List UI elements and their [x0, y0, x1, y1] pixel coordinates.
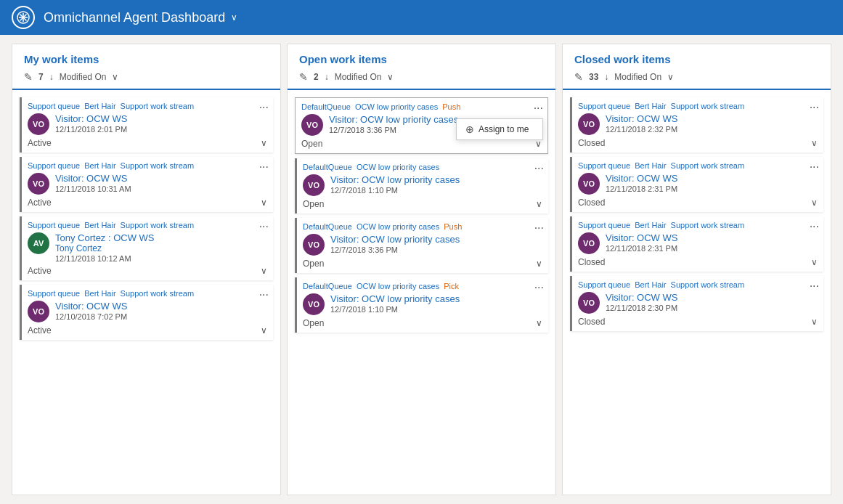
tag-cw3-2[interactable]: Support work stream	[671, 221, 744, 229]
sort-button-closed-work[interactable]: Modified On	[614, 72, 661, 82]
card-name-ow4[interactable]: Visitor: OCW low priority cases	[330, 293, 460, 304]
sort-button-open-work[interactable]: Modified On	[335, 72, 382, 82]
sort-desc-icon[interactable]: ↓	[604, 72, 608, 82]
tag-cw1-2[interactable]: Support work stream	[671, 102, 744, 110]
tag-mw2-2[interactable]: Support work stream	[121, 161, 194, 170]
tag-cw1-1[interactable]: Bert Hair	[635, 102, 666, 110]
card-status-mw1: Active	[28, 138, 52, 148]
card-name-cw2[interactable]: Visitor: OCW WS	[606, 173, 677, 184]
status-chevron-icon[interactable]: ∨	[261, 138, 267, 148]
tag-cw4-1[interactable]: Bert Hair	[635, 280, 666, 289]
card-more-button-ow4[interactable]: ···	[534, 282, 544, 293]
sort-desc-icon[interactable]: ↓	[49, 72, 54, 82]
card-more-button-ow3[interactable]: ···	[534, 222, 544, 234]
card-name-ow3[interactable]: Visitor: OCW low priority cases	[330, 234, 460, 245]
card-name-mw3[interactable]: Tony Cortez : OCW WS	[55, 232, 155, 243]
avatar-cw3: VO	[578, 232, 600, 254]
tag-ow2-1[interactable]: OCW low priority cases	[357, 163, 439, 171]
tag-cw1-0[interactable]: Support queue	[578, 102, 630, 110]
card-name-mw4[interactable]: Visitor: OCW WS	[55, 301, 127, 312]
tag-cw4-2[interactable]: Support work stream	[671, 280, 744, 289]
status-chevron-icon[interactable]: ∨	[811, 317, 818, 327]
tag-cw3-0[interactable]: Support queue	[578, 221, 630, 229]
card-name-cw1[interactable]: Visitor: OCW WS	[606, 113, 677, 124]
edit-icon[interactable]: ✎	[299, 71, 308, 83]
avatar-cw2: VO	[578, 173, 600, 195]
status-chevron-icon[interactable]: ∨	[261, 325, 267, 336]
status-chevron-icon[interactable]: ∨	[535, 139, 542, 149]
tag-mw1-0[interactable]: Support queue	[28, 102, 80, 110]
card-name-mw1[interactable]: Visitor: OCW WS	[55, 113, 127, 124]
card-more-button-cw3[interactable]: ···	[810, 221, 819, 232]
avatar-cw1: VO	[578, 113, 600, 135]
status-chevron-icon[interactable]: ∨	[811, 138, 818, 148]
card-more-button-cw1[interactable]: ···	[810, 102, 819, 113]
tag-ow1-2[interactable]: Push	[442, 102, 460, 111]
status-chevron-icon[interactable]: ∨	[261, 198, 267, 208]
card-subname-mw3[interactable]: Tony Cortez	[55, 243, 155, 253]
card-tags-mw3: Support queueBert HairSupport work strea…	[28, 221, 267, 229]
tag-ow3-0[interactable]: DefaultQueue	[303, 222, 352, 231]
tag-ow4-1[interactable]: OCW low priority cases	[357, 282, 439, 290]
sort-button-my-work[interactable]: Modified On	[60, 72, 107, 82]
tag-ow1-1[interactable]: OCW low priority cases	[355, 102, 438, 111]
card-more-button-mw1[interactable]: ···	[259, 102, 269, 113]
tag-mw4-2[interactable]: Support work stream	[121, 289, 194, 298]
card-info-ow4: Visitor: OCW low priority cases12/7/2018…	[330, 293, 460, 314]
tag-ow3-2[interactable]: Push	[444, 222, 462, 231]
tag-cw2-1[interactable]: Bert Hair	[635, 161, 666, 170]
card-cw4: Support queueBert HairSupport work strea…	[570, 276, 823, 331]
card-name-ow2[interactable]: Visitor: OCW low priority cases	[330, 174, 460, 185]
edit-icon[interactable]: ✎	[574, 71, 583, 83]
card-name-mw2[interactable]: Visitor: OCW WS	[55, 173, 131, 184]
tag-ow2-0[interactable]: DefaultQueue	[303, 163, 352, 171]
sort-chevron-icon[interactable]: ∨	[387, 72, 394, 82]
card-more-button-mw2[interactable]: ···	[259, 161, 269, 173]
status-chevron-icon[interactable]: ∨	[811, 198, 818, 208]
status-chevron-icon[interactable]: ∨	[261, 266, 267, 276]
tag-mw3-0[interactable]: Support queue	[28, 221, 80, 229]
status-chevron-icon[interactable]: ∨	[536, 318, 542, 328]
card-main-cw1: VOVisitor: OCW WS12/11/2018 2:32 PM	[578, 113, 818, 135]
card-more-button-cw4[interactable]: ···	[810, 280, 819, 292]
card-more-button-ow1[interactable]: ···	[534, 102, 543, 114]
tag-ow4-2[interactable]: Pick	[444, 282, 459, 290]
tag-mw4-0[interactable]: Support queue	[28, 289, 80, 298]
status-chevron-icon[interactable]: ∨	[536, 199, 542, 209]
sort-chevron-icon[interactable]: ∨	[112, 72, 118, 82]
card-more-button-mw3[interactable]: ···	[259, 221, 269, 232]
assign-to-me-button[interactable]: ⊕Assign to me	[457, 119, 542, 139]
sort-desc-icon[interactable]: ↓	[325, 72, 329, 82]
card-status-row-ow3: Open∨	[303, 259, 542, 269]
card-name-cw3[interactable]: Visitor: OCW WS	[606, 232, 677, 243]
card-info-mw2: Visitor: OCW WS12/11/2018 10:31 AM	[55, 173, 131, 193]
tag-ow1-0[interactable]: DefaultQueue	[301, 102, 351, 111]
status-chevron-icon[interactable]: ∨	[811, 257, 818, 267]
status-chevron-icon[interactable]: ∨	[536, 259, 542, 269]
card-more-button-cw2[interactable]: ···	[810, 161, 819, 173]
sort-chevron-icon[interactable]: ∨	[667, 72, 674, 82]
title-chevron-icon[interactable]: ∨	[231, 12, 237, 23]
tag-mw3-1[interactable]: Bert Hair	[84, 221, 115, 229]
tag-cw3-1[interactable]: Bert Hair	[635, 221, 666, 229]
tag-mw2-1[interactable]: Bert Hair	[84, 161, 115, 170]
tag-mw4-1[interactable]: Bert Hair	[84, 289, 115, 298]
tag-ow3-1[interactable]: OCW low priority cases	[357, 222, 439, 231]
column-my-work: My work items✎7↓Modified On∨Support queu…	[12, 44, 281, 495]
column-title-my-work: My work items	[24, 53, 269, 65]
cards-container-open-work: DefaultQueueOCW low priority casesPush··…	[288, 90, 555, 495]
card-date-cw2: 12/11/2018 2:31 PM	[606, 184, 677, 193]
card-name-ow1[interactable]: Visitor: OCW low priority cases	[329, 114, 458, 125]
card-more-button-mw4[interactable]: ···	[259, 289, 269, 301]
tag-mw2-0[interactable]: Support queue	[28, 161, 80, 170]
tag-mw3-2[interactable]: Support work stream	[121, 221, 194, 229]
tag-cw4-0[interactable]: Support queue	[578, 280, 630, 289]
card-name-cw4[interactable]: Visitor: OCW WS	[606, 292, 677, 303]
tag-cw2-2[interactable]: Support work stream	[671, 161, 744, 170]
edit-icon[interactable]: ✎	[24, 71, 33, 83]
tag-cw2-0[interactable]: Support queue	[578, 161, 630, 170]
card-more-button-ow2[interactable]: ···	[534, 163, 544, 174]
tag-mw1-1[interactable]: Bert Hair	[84, 102, 115, 110]
tag-mw1-2[interactable]: Support work stream	[121, 102, 194, 110]
tag-ow4-0[interactable]: DefaultQueue	[303, 282, 352, 290]
